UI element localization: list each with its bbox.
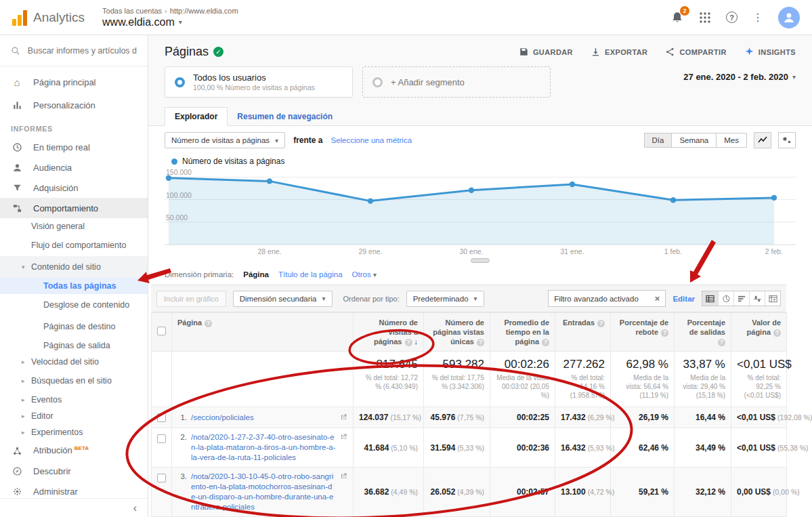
breadcrumb-accounts[interactable]: Todas las cuentas	[102, 7, 162, 15]
breadcrumb[interactable]: Todas las cuentas›http://www.eldia.com	[102, 7, 238, 15]
dimension-others-dropdown[interactable]: Otros ▾	[352, 270, 377, 278]
external-link-icon[interactable]	[340, 432, 347, 442]
sidebar-item-experiments[interactable]: ▸ Experimentos	[0, 424, 148, 440]
help-icon[interactable]: ?	[405, 339, 412, 346]
table-row: 3./nota/2020-1-30-10-45-0-otro-robo-sang…	[152, 468, 787, 517]
account-selector[interactable]: www.eldia.com ▾	[102, 16, 238, 28]
sidebar-item-audience[interactable]: Audiencia	[0, 157, 148, 178]
edit-filter-link[interactable]: Editar	[672, 295, 695, 303]
metric-value: 124.037	[359, 413, 388, 422]
col-header-entradas[interactable]: Entradas?	[555, 313, 611, 352]
search-input[interactable]	[28, 46, 137, 56]
sidebar-collapse-button[interactable]: ‹	[0, 498, 148, 517]
sidebar-item-exit-pages[interactable]: Páginas de salida	[0, 337, 148, 354]
segment-all-users[interactable]: Todos los usuarios 100,00 % Número de vi…	[165, 66, 353, 98]
sidebar-item-personalization[interactable]: Personalización	[0, 94, 148, 117]
save-button[interactable]: GUARDAR	[519, 47, 573, 57]
dimension-page[interactable]: Página	[243, 270, 269, 278]
export-button[interactable]: EXPORTAR	[591, 47, 648, 57]
help-icon[interactable]: ?	[205, 320, 212, 327]
sidebar-item-landing-pages[interactable]: Páginas de destino	[0, 316, 148, 337]
sidebar-item-behavior[interactable]: Comportamiento	[0, 198, 148, 218]
overflow-menu-icon[interactable]: ⋮	[752, 11, 763, 24]
row-checkbox[interactable]	[157, 413, 166, 422]
app-name[interactable]: Analytics	[33, 10, 85, 25]
date-range-selector[interactable]: 27 ene. 2020 - 2 feb. 2020 ▾	[683, 66, 796, 82]
notifications-bell-icon[interactable]: 2	[670, 11, 684, 24]
motion-chart-view-button[interactable]	[778, 132, 796, 148]
percentage-view-button[interactable]	[718, 291, 733, 306]
external-link-icon[interactable]	[340, 413, 347, 422]
timeseries-chart[interactable]: 50.000100.000150.00028 ene.29 ene.30 ene…	[148, 167, 812, 257]
granularity-week-button[interactable]: Semana	[672, 133, 717, 148]
avatar[interactable]	[778, 7, 800, 28]
sidebar-item-all-pages[interactable]: Todas las páginas	[0, 278, 148, 294]
sidebar-item-home[interactable]: ⌂ Página principal	[0, 70, 148, 94]
help-icon[interactable]: ?	[726, 12, 738, 23]
granularity-month-button[interactable]: Mes	[717, 133, 747, 148]
sort-type-dropdown[interactable]: Predeterminado ▾	[406, 291, 484, 307]
dimension-others-label: Otros	[352, 270, 371, 278]
tab-explorer[interactable]: Explorador	[165, 107, 228, 126]
col-header-pagina[interactable]: Página?	[172, 313, 354, 352]
sidebar-item-label: Desglose de contenido	[43, 300, 129, 310]
help-icon[interactable]: ?	[661, 329, 668, 337]
select-all-checkbox[interactable]	[157, 327, 166, 335]
pivot-view-button[interactable]	[765, 291, 780, 306]
scrubber-handle[interactable]	[471, 258, 490, 263]
col-header-vistas-unicas[interactable]: Número de páginas vistas únicas?	[424, 313, 490, 352]
col-header-salidas[interactable]: Porcentaje de salidas?	[675, 313, 731, 352]
sidebar-search[interactable]	[0, 35, 148, 66]
sidebar-item-site-content[interactable]: ▾ Contenido del sitio	[0, 256, 148, 278]
advanced-filter-chip[interactable]: Filtro avanzado activado ×	[548, 290, 666, 307]
metric-selector-dropdown[interactable]: Número de visitas a páginas ▾	[165, 132, 285, 148]
external-link-icon[interactable]	[340, 472, 347, 481]
metric-percent: (5,10 %)	[391, 444, 418, 452]
select-metric-link[interactable]: Seleccione una métrica	[331, 136, 412, 144]
insights-button[interactable]: INSIGHTS	[744, 47, 796, 57]
comparison-view-button[interactable]	[749, 291, 765, 306]
row-checkbox[interactable]	[157, 474, 166, 482]
add-segment-button[interactable]: + Añadir segmento	[362, 66, 551, 98]
dimension-page-title-link[interactable]: Título de la página	[278, 270, 343, 278]
sidebar-item-site-search[interactable]: ▸ Búsquedas en el sitio	[0, 370, 148, 392]
sidebar-item-admin[interactable]: Administrar	[0, 481, 148, 498]
help-icon[interactable]: ?	[542, 339, 549, 346]
page-link[interactable]: /nota/2020-1-27-2-37-40-otro-asesinato-e…	[191, 432, 336, 463]
analytics-logo-icon[interactable]	[12, 9, 27, 26]
help-icon[interactable]: ?	[773, 329, 781, 337]
sidebar-item-acquisition[interactable]: Adquisición	[0, 178, 148, 198]
secondary-dimension-dropdown[interactable]: Dimensión secundaria ▾	[233, 291, 333, 307]
sidebar-item-discover[interactable]: Descubrir	[0, 461, 148, 481]
sidebar-item-label: Personalización	[33, 100, 95, 110]
page-link[interactable]: /nota/2020-1-30-10-45-0-otro-robo-sangri…	[191, 472, 336, 512]
page-link[interactable]: /seccion/policiales	[191, 413, 336, 423]
performance-view-button[interactable]	[733, 291, 749, 306]
share-button[interactable]: COMPARTIR	[665, 47, 726, 57]
col-header-valor[interactable]: Valor de página?	[731, 313, 787, 352]
sidebar-item-site-speed[interactable]: ▸ Velocidad del sitio	[0, 354, 148, 370]
help-icon[interactable]: ?	[477, 339, 484, 346]
sidebar-item-label: Velocidad del sitio	[31, 357, 99, 367]
sidebar-item-content-drilldown[interactable]: Desglose de contenido	[0, 294, 148, 316]
sidebar-item-behavior-flow[interactable]: Flujo del comportamiento	[0, 234, 148, 256]
help-icon[interactable]: ?	[718, 339, 725, 346]
row-checkbox[interactable]	[157, 434, 166, 443]
apps-grid-icon[interactable]	[699, 12, 711, 24]
tab-navigation-summary[interactable]: Resumen de navegación	[228, 108, 342, 125]
col-header-rebote[interactable]: Porcentaje de rebote?	[611, 313, 675, 352]
breadcrumb-site[interactable]: http://www.eldia.com	[170, 7, 238, 15]
col-header-tiempo[interactable]: Promedio de tiempo en la página?	[490, 313, 555, 352]
line-chart-view-button[interactable]	[754, 132, 771, 148]
plot-rows-button[interactable]: Incluir en gráfico	[156, 291, 226, 307]
col-header-visitas[interactable]: Número de visitas a páginas?↓	[354, 313, 424, 352]
remove-filter-icon[interactable]: ×	[655, 293, 660, 304]
help-icon[interactable]: ?	[597, 320, 605, 327]
sidebar-item-realtime[interactable]: En tiempo real	[0, 137, 148, 157]
sidebar-item-behavior-overview[interactable]: Visión general	[0, 218, 148, 234]
sidebar-item-attribution[interactable]: AtribuciónBETA	[0, 440, 148, 461]
sidebar-item-publisher[interactable]: ▸ Editor	[0, 408, 148, 424]
granularity-day-button[interactable]: Día	[644, 133, 672, 148]
table-view-button[interactable]	[702, 291, 718, 306]
sidebar-item-events[interactable]: ▸ Eventos	[0, 392, 148, 408]
